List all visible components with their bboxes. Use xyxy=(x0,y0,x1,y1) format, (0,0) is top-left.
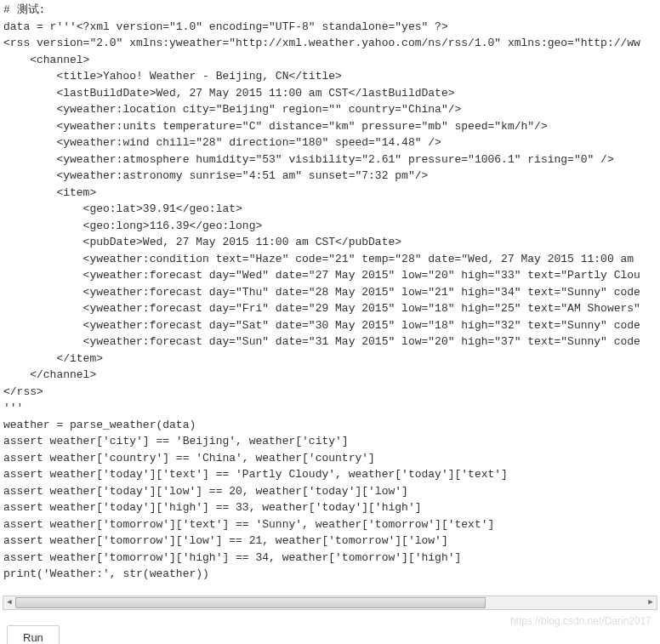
horizontal-scrollbar[interactable]: ◀ ▶ xyxy=(3,596,657,610)
button-row: Run xyxy=(0,625,660,644)
scroll-left-arrow-icon[interactable]: ◀ xyxy=(3,597,15,609)
run-button[interactable]: Run xyxy=(7,625,60,644)
scroll-right-arrow-icon[interactable]: ▶ xyxy=(645,597,657,609)
scrollbar-thumb[interactable] xyxy=(15,597,486,608)
code-block: # 测试: data = r'''<?xml version="1.0" enc… xyxy=(0,0,660,594)
